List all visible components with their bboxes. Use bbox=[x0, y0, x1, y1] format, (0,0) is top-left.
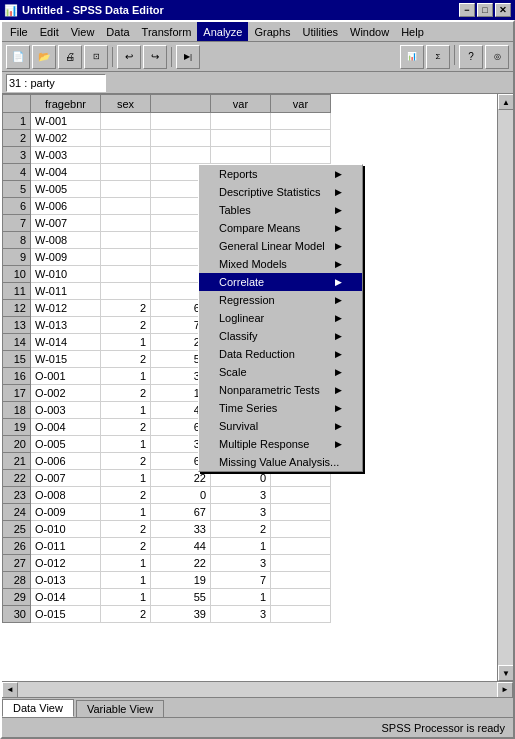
cell-c4[interactable]: 2 bbox=[211, 521, 271, 538]
cell-fragebnr[interactable]: W-009 bbox=[31, 249, 101, 266]
cell-c3[interactable] bbox=[151, 130, 211, 147]
cell-sex[interactable]: 1 bbox=[101, 555, 151, 572]
cell-sex[interactable]: 2 bbox=[101, 453, 151, 470]
cell-sex[interactable]: 2 bbox=[101, 521, 151, 538]
cell-c3[interactable]: 19 bbox=[151, 572, 211, 589]
cell-fragebnr[interactable]: O-015 bbox=[31, 606, 101, 623]
menu-utilities[interactable]: Utilities bbox=[297, 22, 344, 41]
menu-file[interactable]: File bbox=[4, 22, 34, 41]
cell-sex[interactable]: 2 bbox=[101, 351, 151, 368]
cell-c4[interactable]: 1 bbox=[211, 538, 271, 555]
cell-sex[interactable] bbox=[101, 266, 151, 283]
menu-transform[interactable]: Transform bbox=[136, 22, 198, 41]
cell-fragebnr[interactable]: W-012 bbox=[31, 300, 101, 317]
cell-empty[interactable] bbox=[271, 521, 331, 538]
cell-sex[interactable] bbox=[101, 232, 151, 249]
cell-fragebnr[interactable]: W-013 bbox=[31, 317, 101, 334]
cell-fragebnr[interactable]: O-010 bbox=[31, 521, 101, 538]
analyze-menu-item-loglinear[interactable]: Loglinear▶ bbox=[199, 309, 362, 327]
cell-empty[interactable] bbox=[271, 589, 331, 606]
goto-button[interactable]: ▶| bbox=[176, 45, 200, 69]
cell-empty[interactable] bbox=[271, 572, 331, 589]
cell-fragebnr[interactable]: W-004 bbox=[31, 164, 101, 181]
cell-sex[interactable]: 1 bbox=[101, 470, 151, 487]
cell-fragebnr[interactable]: O-004 bbox=[31, 419, 101, 436]
cell-sex[interactable] bbox=[101, 147, 151, 164]
cell-c3[interactable]: 44 bbox=[151, 538, 211, 555]
chart-button[interactable]: 📊 bbox=[400, 45, 424, 69]
vscroll-down[interactable]: ▼ bbox=[498, 665, 513, 681]
cell-fragebnr[interactable]: O-005 bbox=[31, 436, 101, 453]
cell-c3[interactable] bbox=[151, 147, 211, 164]
cell-fragebnr[interactable]: O-013 bbox=[31, 572, 101, 589]
cell-fragebnr[interactable]: W-015 bbox=[31, 351, 101, 368]
cell-sex[interactable]: 2 bbox=[101, 300, 151, 317]
open-button[interactable]: 📂 bbox=[32, 45, 56, 69]
analyze-menu-item-nonparametric-tests[interactable]: Nonparametric Tests▶ bbox=[199, 381, 362, 399]
cell-sex[interactable]: 1 bbox=[101, 368, 151, 385]
cell-sex[interactable] bbox=[101, 215, 151, 232]
col-header-c3[interactable] bbox=[151, 95, 211, 113]
cell-fragebnr[interactable]: O-003 bbox=[31, 402, 101, 419]
hscroll-right[interactable]: ► bbox=[497, 682, 513, 698]
menu-graphs[interactable]: Graphs bbox=[248, 22, 296, 41]
cell-sex[interactable] bbox=[101, 283, 151, 300]
cell-fragebnr[interactable]: O-008 bbox=[31, 487, 101, 504]
tab-data-view[interactable]: Data View bbox=[2, 699, 74, 717]
cell-c4[interactable]: 0 bbox=[211, 470, 271, 487]
cell-fragebnr[interactable]: W-007 bbox=[31, 215, 101, 232]
col-header-var2[interactable]: var bbox=[271, 95, 331, 113]
cell-fragebnr[interactable]: W-006 bbox=[31, 198, 101, 215]
cell-sex[interactable] bbox=[101, 130, 151, 147]
analyze-menu-item-classify[interactable]: Classify▶ bbox=[199, 327, 362, 345]
cell-c3[interactable]: 55 bbox=[151, 589, 211, 606]
cell-fragebnr[interactable]: O-011 bbox=[31, 538, 101, 555]
analyze-menu-item-multiple-response[interactable]: Multiple Response▶ bbox=[199, 435, 362, 453]
cell-c3[interactable] bbox=[151, 113, 211, 130]
cell-c4[interactable]: 1 bbox=[211, 589, 271, 606]
help-button[interactable]: ? bbox=[459, 45, 483, 69]
cell-sex[interactable] bbox=[101, 198, 151, 215]
cell-empty[interactable] bbox=[271, 147, 331, 164]
analyze-menu-item-reports[interactable]: Reports▶ bbox=[199, 165, 362, 183]
analyze-menu-item-correlate[interactable]: Correlate▶ bbox=[199, 273, 362, 291]
cell-fragebnr[interactable]: W-008 bbox=[31, 232, 101, 249]
cell-c4[interactable] bbox=[211, 113, 271, 130]
menu-edit[interactable]: Edit bbox=[34, 22, 65, 41]
cell-fragebnr[interactable]: O-006 bbox=[31, 453, 101, 470]
cell-c3[interactable]: 22 bbox=[151, 470, 211, 487]
analyze-menu-item-descriptive-statistics[interactable]: Descriptive Statistics▶ bbox=[199, 183, 362, 201]
menu-view[interactable]: View bbox=[65, 22, 101, 41]
cell-sex[interactable]: 1 bbox=[101, 572, 151, 589]
cell-sex[interactable]: 1 bbox=[101, 436, 151, 453]
analyze-menu-item-data-reduction[interactable]: Data Reduction▶ bbox=[199, 345, 362, 363]
col-header-var1[interactable]: var bbox=[211, 95, 271, 113]
cell-empty[interactable] bbox=[271, 470, 331, 487]
cell-fragebnr[interactable]: O-012 bbox=[31, 555, 101, 572]
tab-variable-view[interactable]: Variable View bbox=[76, 700, 164, 717]
maximize-button[interactable]: □ bbox=[477, 3, 493, 17]
cell-fragebnr[interactable]: O-007 bbox=[31, 470, 101, 487]
col-header-fragebnr[interactable]: fragebnr bbox=[31, 95, 101, 113]
cell-empty[interactable] bbox=[271, 113, 331, 130]
cell-c4[interactable] bbox=[211, 130, 271, 147]
redo-button[interactable]: ↪ bbox=[143, 45, 167, 69]
cell-sex[interactable] bbox=[101, 249, 151, 266]
minimize-button[interactable]: − bbox=[459, 3, 475, 17]
print-preview-button[interactable]: ⊡ bbox=[84, 45, 108, 69]
analyze-menu-item-compare-means[interactable]: Compare Means▶ bbox=[199, 219, 362, 237]
cell-sex[interactable]: 1 bbox=[101, 589, 151, 606]
cell-sex[interactable]: 2 bbox=[101, 317, 151, 334]
cell-c4[interactable] bbox=[211, 147, 271, 164]
print-button[interactable]: 🖨 bbox=[58, 45, 82, 69]
vscroll-up[interactable]: ▲ bbox=[498, 94, 513, 110]
cell-fragebnr[interactable]: W-014 bbox=[31, 334, 101, 351]
extra-button[interactable]: ◎ bbox=[485, 45, 509, 69]
cell-sex[interactable] bbox=[101, 113, 151, 130]
cell-fragebnr[interactable]: O-009 bbox=[31, 504, 101, 521]
cell-sex[interactable]: 1 bbox=[101, 504, 151, 521]
vscrollbar[interactable]: ▲ ▼ bbox=[497, 94, 513, 681]
menu-help[interactable]: Help bbox=[395, 22, 430, 41]
cell-fragebnr[interactable]: W-001 bbox=[31, 113, 101, 130]
cell-empty[interactable] bbox=[271, 606, 331, 623]
